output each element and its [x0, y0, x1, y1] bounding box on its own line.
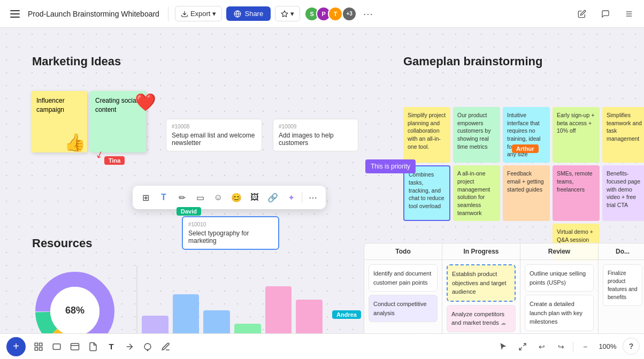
card-tool[interactable]	[67, 339, 82, 354]
svg-rect-15	[53, 343, 60, 349]
export-chevron-icon: ▾	[212, 10, 216, 18]
zoom-level: 100%	[597, 342, 618, 350]
emoji-tool[interactable]: ☺	[210, 189, 227, 206]
expand-tool[interactable]	[515, 339, 530, 354]
svg-rect-12	[40, 343, 42, 346]
resources-title: Resources	[32, 236, 93, 250]
svg-rect-14	[40, 347, 42, 350]
cursor-david: David	[177, 207, 201, 216]
zoom-in-separator	[573, 341, 573, 352]
edit-icon[interactable]	[573, 5, 591, 22]
priority-label: This is priority	[365, 159, 416, 173]
gp-card-1[interactable]: Simplify project planning and collaborat…	[403, 107, 450, 163]
export-button[interactable]: Export ▾	[175, 6, 223, 21]
more-tool[interactable]: ⋯	[304, 189, 321, 206]
kanban-header-inprogress: In Progress	[442, 243, 520, 260]
gp-card-7[interactable]: Combines tasks, tracking, and chat to re…	[403, 165, 450, 221]
kanban-columns: Todo Identify and document customer pain…	[364, 243, 644, 340]
task-1-text: Setup email list and welcome newsletter	[172, 132, 256, 147]
share-button[interactable]: Share	[226, 6, 271, 21]
cursor-tool[interactable]: ⊞	[137, 189, 154, 206]
zoom-out-button[interactable]: −	[578, 339, 593, 354]
avatar-more[interactable]: +3	[342, 6, 357, 21]
kanban-header-review: Review	[520, 243, 598, 260]
floating-toolbar: ⊞ T ✏ ▭ ☺ 😊 🖼 🔗 ✦ ⋯	[133, 186, 326, 209]
thumb-up-emoji: 👍	[64, 132, 86, 152]
task-card-2[interactable]: #10009 Add images to help customers	[273, 119, 358, 151]
text-tool-bottom[interactable]: T	[104, 339, 119, 354]
task-3-text: Select typography for marketing	[188, 230, 273, 245]
gp-card-5[interactable]: Simplifies teamwork and task management	[602, 107, 644, 163]
pen-tool[interactable]: ✏	[173, 189, 190, 206]
canvas[interactable]: Marketing Ideas Influencer campaign Crea…	[0, 28, 644, 359]
gp-card-9[interactable]: Feedback email + getting started guides	[503, 165, 550, 221]
bottom-right-controls: ↩ ↪ − 100% + ?	[496, 339, 638, 354]
gp-card-11[interactable]: Benefits-focused page with demo video + …	[602, 165, 644, 221]
bottom-toolbar: + T ↩ ↪	[0, 333, 644, 359]
gameplan-title: Gameplan brainstorming	[403, 55, 542, 68]
kanban-col-review: Review Outline unique selling points (US…	[520, 243, 599, 340]
kanban-card-review-2[interactable]: Create a detailed launch plan with key m…	[525, 295, 594, 331]
kanban-card-inprogress-1[interactable]: Establish product objectives and target …	[447, 264, 516, 302]
cursor-tina: Tina	[104, 156, 125, 165]
text-tool[interactable]: T	[155, 189, 172, 206]
topbar-right	[573, 5, 638, 22]
heart-emoji: ❤️	[135, 92, 156, 112]
link-tool[interactable]: 🔗	[264, 189, 281, 206]
kanban-header-done: Do...	[599, 243, 644, 260]
svg-rect-16	[71, 343, 79, 350]
shape-tool[interactable]: ▭	[191, 189, 209, 206]
task-card-1[interactable]: #10008 Setup email list and welcome news…	[166, 119, 262, 151]
export-icon	[181, 10, 188, 18]
kanban-card-todo-2[interactable]: Conduct competitive analysis	[369, 295, 438, 322]
kanban-col-todo: Todo Identify and document customer pain…	[364, 243, 442, 340]
svg-line-20	[519, 347, 522, 350]
more-options-button[interactable]: ⋯	[361, 6, 375, 22]
frame-tool[interactable]	[31, 339, 46, 354]
highlighter-tool[interactable]	[158, 339, 173, 354]
media-tool[interactable]: 🖼	[246, 189, 263, 206]
settings-icon[interactable]	[620, 5, 638, 22]
kanban-card-todo-1[interactable]: Identify and document customer pain poin…	[369, 264, 438, 292]
avatar-t: T	[328, 6, 343, 21]
add-button[interactable]: +	[6, 337, 26, 356]
help-button[interactable]: ?	[623, 338, 640, 355]
rectangle-tool[interactable]	[49, 339, 64, 354]
task-card-3[interactable]: #10010 Select typography for marketing	[182, 216, 279, 250]
undo-button[interactable]: ↩	[534, 339, 549, 354]
sticky-tool[interactable]	[86, 339, 101, 354]
tool-icon	[281, 10, 288, 18]
gp-card-2[interactable]: Our product empowers customers by showin…	[453, 107, 500, 163]
svg-rect-11	[35, 343, 37, 346]
kanban-col-done: Do... Finalize product features and bene…	[599, 243, 644, 340]
menu-button[interactable]	[6, 5, 24, 22]
tool-button[interactable]: ▾	[275, 6, 300, 21]
donut-percentage: 68%	[65, 305, 85, 316]
document-title: Prod-Launch Brainstorming Whiteboard	[28, 10, 159, 18]
cursor-tool-bottom[interactable]	[496, 339, 511, 354]
reaction-tool[interactable]: 😊	[228, 189, 245, 206]
kanban-card-review-1[interactable]: Outline unique selling points (USPs)	[525, 264, 594, 292]
kanban-col-inprogress: In Progress Establish product objectives…	[442, 243, 520, 340]
export-label: Export	[190, 10, 211, 18]
cloud-icon: ☁	[501, 320, 506, 326]
task-2-text: Add images to help customers	[279, 132, 352, 147]
gameplan-grid: Simplify project planning and collaborat…	[403, 107, 644, 261]
gp-card-10[interactable]: SMEs, remote teams, freelancers	[553, 165, 600, 221]
ai-tool[interactable]: ✦	[282, 189, 300, 206]
dropper-tool[interactable]	[140, 339, 155, 354]
gp-card-4[interactable]: Early sign-up + beta access + 10% off	[553, 107, 600, 163]
chat-icon[interactable]	[597, 5, 614, 22]
avatar-group: S P T +3	[304, 6, 357, 21]
gp-card-3[interactable]: Intuitive interface that requires no tra…	[503, 107, 550, 163]
toolbar-divider	[302, 192, 302, 203]
svg-marker-2	[281, 11, 288, 17]
task-2-number: #10009	[279, 124, 352, 129]
share-label: Share	[244, 10, 263, 18]
kanban-card-inprogress-2[interactable]: Analyze competitors and market trends ☁	[447, 305, 516, 332]
tool-chevron-icon: ▾	[290, 10, 294, 18]
gp-card-8[interactable]: A all-in-one project management solution…	[453, 165, 500, 221]
redo-button[interactable]: ↪	[554, 339, 569, 354]
kanban-card-done-1[interactable]: Finalize product features and benefits	[603, 264, 642, 306]
pen-tool-bottom[interactable]	[122, 339, 137, 354]
